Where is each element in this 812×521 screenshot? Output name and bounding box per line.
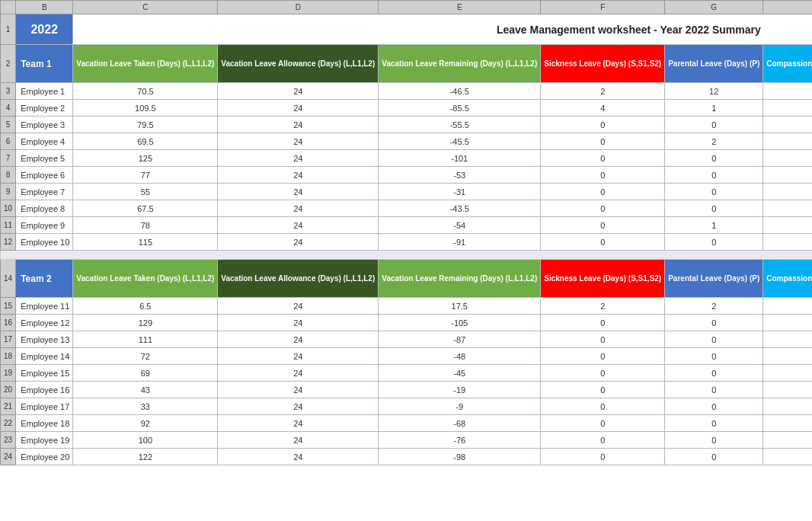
spreadsheet: B C D E F G H I J K 1 2022 Leave Managem… <box>0 0 812 465</box>
emp-name: Employee 5 <box>16 150 73 167</box>
table-row: 5 Employee 3 79.5 24 -55.5 0 0 0 0 0 79.… <box>1 117 813 133</box>
row-num-1: 1 <box>1 14 16 45</box>
row-num: 15 <box>1 298 16 315</box>
row-num: 20 <box>1 382 16 398</box>
table-row: 3 Employee 1 70.5 24 -46.5 2 12 14 3 12 … <box>1 83 813 100</box>
hdr-compassionate: Compassionate Leave(Days) (C) <box>763 45 812 83</box>
table-row: 21 Employee 17 33 24 -9 0 0 0 0 0 33 <box>1 398 813 415</box>
hdr-vacation-remaining: Vacation Leave Remaining (Days) (L,L1,L2… <box>379 45 541 83</box>
col-h-header: H <box>763 1 812 14</box>
row-num: 9 <box>1 184 16 200</box>
emp-name: Employee 7 <box>16 184 73 200</box>
row-num: 22 <box>1 415 16 432</box>
cell-vr: -46.5 <box>379 83 541 100</box>
table-row: 18 Employee 14 72 24 -48 0 0 0 0 0 72 <box>1 348 813 365</box>
table-row: 12 Employee 10 115 24 -91 0 0 0 0 0 115 <box>1 234 813 251</box>
row-num: 12 <box>1 234 16 251</box>
table-row: 17 Employee 13 111 24 -87 0 0 0 0 0 111 <box>1 331 813 348</box>
team1-label: Team 1 <box>16 45 73 83</box>
row-num: 6 <box>1 133 16 150</box>
row-num: 21 <box>1 398 16 415</box>
table-row: 9 Employee 7 55 24 -31 0 0 0 0 0 55 <box>1 184 813 200</box>
row-num: 4 <box>1 100 16 117</box>
row-num: 17 <box>1 331 16 348</box>
table-row: 4 Employee 2 109.5 24 -85.5 4 1 0 0 0 11… <box>1 100 813 117</box>
col-c-header: C <box>73 1 218 14</box>
emp-name: Employee 6 <box>16 167 73 184</box>
team2-header-row: 14 Team 2 Vacation Leave Taken (Days) (L… <box>1 260 813 298</box>
hdr2-vacation-allowance: Vacation Leave Allowance (Days) (L,L1,L2… <box>218 260 379 298</box>
year-cell: 2022 <box>16 14 73 45</box>
table-row: 22 Employee 18 92 24 -68 0 0 0 0 0 92 <box>1 415 813 432</box>
table-row: 6 Employee 4 69.5 24 -45.5 0 2 0 1 0 72.… <box>1 133 813 150</box>
team2-label: Team 2 <box>16 260 73 298</box>
table-row: 11 Employee 9 78 24 -54 0 1 0 0 5 84 <box>1 217 813 234</box>
row-num-2: 2 <box>1 45 16 83</box>
emp-name: Employee 10 <box>16 234 73 251</box>
emp-name: Employee 3 <box>16 117 73 133</box>
row-num: 14 <box>1 260 16 298</box>
col-f-header: F <box>541 1 665 14</box>
hdr-vacation-taken: Vacation Leave Taken (Days) (L,L1,L2) <box>73 45 218 83</box>
row-num: 24 <box>1 449 16 465</box>
col-d-header: D <box>218 1 379 14</box>
emp-name: Employee 8 <box>16 200 73 217</box>
emp-name: Employee 4 <box>16 133 73 150</box>
row-num: 8 <box>1 167 16 184</box>
col-header-row: B C D E F G H I J K <box>1 1 813 14</box>
table-row: 10 Employee 8 67.5 24 -43.5 0 0 0 0 0 67… <box>1 200 813 217</box>
row-num: 11 <box>1 217 16 234</box>
table-row: 23 Employee 19 100 24 -76 0 0 0 0 0 100 <box>1 432 813 449</box>
hdr2-compassionate: Compassionate Leave(Days) (C) <box>763 260 812 298</box>
hdr-vacation-allowance: Vacation Leave Allowance (Days) (L,L1,L2… <box>218 45 379 83</box>
table-row: 15 Employee 11 6.5 24 17.5 2 2 2 2 1 15.… <box>1 298 813 315</box>
hdr-sickness: Sickness Leave (Days) (S,S1,S2) <box>541 45 665 83</box>
row-num: 19 <box>1 365 16 382</box>
col-b-header: B <box>16 1 73 14</box>
emp-name: Employee 9 <box>16 217 73 234</box>
emp-name: Employee 1 <box>16 83 73 100</box>
row-num: 5 <box>1 117 16 133</box>
col-g-header: G <box>665 1 763 14</box>
cell-sl: 2 <box>541 83 665 100</box>
hdr-parental: Parental Leave (Days) (P) <box>665 45 763 83</box>
cell-vt: 70.5 <box>73 83 218 100</box>
row-num: 7 <box>1 150 16 167</box>
hdr2-vacation-remaining: Vacation Leave Remaining (Days) (L,L1,L2… <box>379 260 541 298</box>
table-row: 19 Employee 15 69 24 -45 0 0 1 0 0 70 <box>1 365 813 382</box>
row-num: 3 <box>1 83 16 100</box>
hdr2-parental: Parental Leave (Days) (P) <box>665 260 763 298</box>
table-row: 24 Employee 20 122 24 -98 0 0 0 1 0 123 <box>1 449 813 465</box>
spacer-row <box>1 251 813 260</box>
cell-cl: 14 <box>763 83 812 100</box>
emp-name: Employee 2 <box>16 100 73 117</box>
title-cell: Leave Management worksheet - Year 2022 S… <box>73 14 812 45</box>
hdr2-vacation-taken: Vacation Leave Taken (Days) (L,L1,L2) <box>73 260 218 298</box>
row-num: 18 <box>1 348 16 365</box>
row-num: 23 <box>1 432 16 449</box>
table-row: 20 Employee 16 43 24 -19 0 0 0 0 0 43 <box>1 382 813 398</box>
cell-pl: 12 <box>665 83 763 100</box>
corner-cell <box>1 1 16 14</box>
col-e-header: E <box>379 1 541 14</box>
table-row: 8 Employee 6 77 24 -53 0 0 0 0 2 79 <box>1 167 813 184</box>
table-row: 7 Employee 5 125 24 -101 0 0 2 1 0 128 <box>1 150 813 167</box>
row-num: 10 <box>1 200 16 217</box>
cell-va: 24 <box>218 83 379 100</box>
title-row: 1 2022 Leave Management worksheet - Year… <box>1 14 813 45</box>
row-num: 16 <box>1 315 16 331</box>
main-table: B C D E F G H I J K 1 2022 Leave Managem… <box>0 0 812 465</box>
team1-header-row: 2 Team 1 Vacation Leave Taken (Days) (L,… <box>1 45 813 83</box>
table-row: 16 Employee 12 129 24 -105 0 0 0 0 0 129 <box>1 315 813 331</box>
hdr2-sickness: Sickness Leave (Days) (S,S1,S2) <box>541 260 665 298</box>
